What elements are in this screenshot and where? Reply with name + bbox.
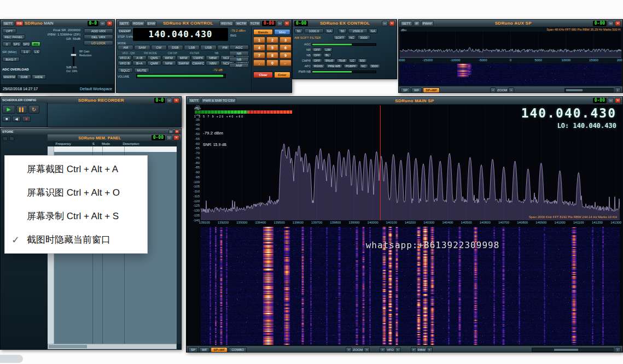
sett-button[interactable]: SETT. <box>188 98 200 103</box>
hide-button[interactable]: HIDE <box>32 74 46 79</box>
minimize-button[interactable]: – <box>166 98 172 103</box>
minimize-button[interactable]: – <box>608 21 614 26</box>
opt-button[interactable]: OPT <box>2 28 16 33</box>
agc-button[interactable]: AGC <box>229 45 249 50</box>
keypad-key[interactable]: 9 <box>280 52 292 58</box>
menu-item[interactable]: 屏幕识图 Ctrl + Alt + O <box>5 181 147 204</box>
close-button[interactable]: × <box>173 98 179 103</box>
rdsw-button[interactable]: RDSW <box>131 21 144 26</box>
mute-button[interactable]: MUTE <box>134 68 149 73</box>
column-header[interactable]: Mode <box>100 141 121 146</box>
close-button[interactable]: × <box>173 135 179 140</box>
tctr-button[interactable]: TCTR <box>249 21 261 26</box>
ex-button[interactable]: OFF <box>312 48 322 52</box>
ex-button[interactable]: OFF <box>312 58 322 63</box>
ex-button[interactable]: RGNS <box>312 64 325 68</box>
deemp-button[interactable]: DEEMP <box>118 28 132 33</box>
store-tool-button[interactable] <box>9 137 14 141</box>
store-vertical-scrollbar[interactable] <box>177 141 181 344</box>
ex-button[interactable]: 500 <box>358 58 367 63</box>
bw2-value-box[interactable]: 2500.0 <box>348 28 368 33</box>
mode-button[interactable]: CW <box>151 45 167 50</box>
keypad-key[interactable]: 0 <box>266 60 278 66</box>
rx-small-button[interactable]: NFM <box>162 61 176 66</box>
nb-button[interactable]: NB <box>229 57 249 62</box>
column-header[interactable]: Frequency <box>54 141 91 146</box>
menu-item[interactable]: ✓截图时隐藏当前窗口 <box>5 228 147 251</box>
rsyn-button[interactable]: RSYN1 <box>219 21 234 26</box>
sr-value-select[interactable]: 1-0 <box>20 49 31 54</box>
info-button[interactable]: i <box>615 347 621 353</box>
ex-button[interactable]: NC <box>359 64 368 68</box>
menu-item[interactable]: 屏幕录制 Ctrl + Alt + S <box>5 204 147 228</box>
rbw-down-button[interactable]: < <box>411 347 417 353</box>
aux-scrollbar[interactable] <box>564 88 614 92</box>
sqlc-button[interactable]: SQLC <box>118 68 133 73</box>
rec-panel-button[interactable]: REC PANEL <box>2 34 25 39</box>
rx-small-button[interactable]: VFO A <box>118 55 132 60</box>
rx-small-button[interactable]: CWPK <box>191 55 205 60</box>
main-sp-scrollbar[interactable] <box>532 348 614 352</box>
low-if-button[interactable]: LS <box>33 49 40 54</box>
minimize-button[interactable]: – <box>382 21 388 26</box>
zoom-out-button[interactable]: < <box>490 87 496 93</box>
sett-button[interactable]: SETT. <box>2 21 14 26</box>
frequency-display[interactable]: 140.040.430 <box>133 28 228 41</box>
rf-gain-slider-track[interactable] <box>73 47 74 67</box>
bw2-step-box[interactable]: 50 <box>338 28 347 33</box>
close-button[interactable]: × <box>615 98 621 103</box>
sp-button[interactable]: SP <box>400 87 410 93</box>
wf-button[interactable]: WF <box>411 87 422 93</box>
bw-na-button[interactable]: NA <box>325 28 334 33</box>
rx-small-button[interactable]: QMS <box>147 55 161 60</box>
aux-waterfall-canvas[interactable] <box>400 63 621 85</box>
rx-small-button[interactable]: B>A <box>132 61 147 66</box>
soft-button[interactable]: SOFT <box>333 35 346 40</box>
close-button[interactable]: × <box>389 21 395 26</box>
minimize-button[interactable]: – <box>168 130 173 134</box>
rx-small-button[interactable]: CWAFC <box>191 61 205 66</box>
ex-button[interactable]: 75x8 <box>336 58 347 63</box>
vfo-left-button[interactable]: < <box>380 347 386 353</box>
rf-gain-slider-thumb[interactable] <box>71 54 77 56</box>
rx-small-button[interactable]: VFO B <box>118 61 132 66</box>
bias-t-button[interactable]: BIAS-T <box>2 57 20 62</box>
volume-slider[interactable] <box>136 74 226 78</box>
filter-3000-button[interactable]: 3000 <box>357 35 370 40</box>
selected-empty-row[interactable] <box>54 146 177 152</box>
store-tool-button[interactable] <box>3 137 8 141</box>
mode-button[interactable]: DSB <box>167 45 183 50</box>
add-vrx-button[interactable]: ADD VRX <box>84 28 113 33</box>
zoom-out-button[interactable]: < <box>346 347 352 353</box>
bands-button[interactable]: Bands <box>253 29 273 35</box>
keypad-key[interactable]: 5 <box>266 44 278 51</box>
sp-button[interactable]: SP <box>188 347 198 353</box>
sett-button[interactable]: SETT. <box>118 21 130 26</box>
sp2-button[interactable]: SP2 <box>22 42 31 46</box>
bw2-na-button[interactable]: NA <box>369 28 377 33</box>
store-scrollbar-thumb[interactable] <box>49 345 87 348</box>
mode-button[interactable]: AM <box>118 45 133 50</box>
keypad-key[interactable]: 6 <box>280 44 292 51</box>
ex-button[interactable]: 3000 <box>369 64 380 68</box>
mw-fm-button[interactable]: MW/FM <box>2 74 16 79</box>
rx-button[interactable]: RX <box>31 42 40 46</box>
rx-small-button[interactable]: NBN <box>206 61 220 66</box>
ex-button[interactable]: PRE-WB <box>326 64 342 68</box>
close-button[interactable]: × <box>615 21 621 26</box>
keypad-key[interactable]: ← <box>280 60 292 66</box>
pause-button[interactable]: ▌▌ <box>16 105 27 114</box>
rx-small-button[interactable]: A>B <box>132 55 147 60</box>
ex-button[interactable]: PGBPF <box>343 64 358 68</box>
rb-button[interactable]: RB <box>15 21 23 26</box>
exw-button[interactable]: EXW <box>146 21 157 26</box>
combo-button[interactable]: COMBO <box>229 347 247 353</box>
keypad-key[interactable]: 2 <box>266 37 278 43</box>
if-button[interactable]: IF <box>414 21 420 26</box>
mode-button[interactable]: USB <box>200 45 216 50</box>
keypad-key[interactable]: 7 <box>253 52 265 58</box>
keypad-key[interactable]: 4 <box>253 44 265 51</box>
zoom-in-button[interactable]: > <box>364 347 370 353</box>
anf-button[interactable]: ANF <box>229 63 249 68</box>
vfo-right-button[interactable]: > <box>395 347 401 353</box>
